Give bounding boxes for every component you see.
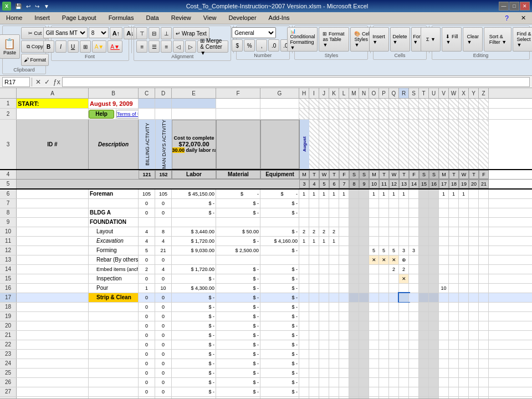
cell-H15[interactable] [299,274,309,283]
cell-K26[interactable] [329,378,339,387]
cell-F3[interactable] [216,120,260,169]
cell-S11[interactable] [409,237,419,245]
cell-S26[interactable] [409,378,419,387]
cell-M10[interactable] [349,227,359,236]
cell-T5[interactable]: 15 [419,180,429,188]
cell-V20[interactable] [439,321,449,330]
cell-R24[interactable] [399,359,409,368]
col-header-N[interactable]: N [359,88,369,98]
cell-S6[interactable] [409,190,419,198]
cell-B27[interactable] [89,387,139,396]
cell-Q14[interactable]: 2 [389,265,399,274]
cell-M28[interactable] [349,397,359,398]
cell-T28[interactable] [419,397,429,398]
cell-Z19[interactable] [479,312,489,321]
cell-Z11[interactable] [479,237,489,245]
cell-S22[interactable] [409,340,419,349]
cell-N17[interactable] [359,293,369,302]
cell-P26[interactable] [379,378,389,387]
cell-N13[interactable] [359,255,369,264]
bold-btn[interactable]: B [43,40,54,53]
cell-P9[interactable] [379,218,389,227]
cell-Q23[interactable] [389,350,399,359]
col-header-Y[interactable]: Y [469,88,479,98]
cell-O8[interactable] [369,208,379,217]
cell-H25[interactable] [299,369,309,377]
cell-G19[interactable]: $ - [260,312,299,321]
cell-I6[interactable]: 1 [309,190,319,198]
cell-L21[interactable] [339,331,349,340]
cell-F9[interactable] [216,218,260,227]
cell-A25[interactable] [17,369,89,377]
cell-X25[interactable] [459,369,469,377]
cell-A10[interactable] [17,227,89,236]
cell-U8[interactable] [429,208,439,217]
cell-B25[interactable] [89,369,139,377]
cell-O24[interactable] [369,359,379,368]
cell-C21[interactable]: 0 [139,331,155,340]
cell-A14[interactable] [17,265,89,274]
cell-U19[interactable] [429,312,439,321]
cell-Y21[interactable] [469,331,479,340]
cell-K20[interactable] [329,321,339,330]
cell-Y8[interactable] [469,208,479,217]
cell-V19[interactable] [439,312,449,321]
cell-Y27[interactable] [469,387,479,396]
cell-T2[interactable] [419,109,429,119]
merge-center-btn[interactable]: ⊞ Merge & Center ▼ [197,40,228,53]
font-name-select[interactable]: Gill Sans MT [43,27,88,38]
cell-B4[interactable] [89,170,139,179]
cell-X23[interactable] [459,350,469,359]
cell-Y1[interactable] [469,99,479,108]
cell-T11[interactable] [419,237,429,245]
col-header-V[interactable]: V [439,88,449,98]
cell-D20[interactable]: 0 [155,321,172,330]
cell-W15[interactable] [449,274,459,283]
cell-I16[interactable] [309,284,319,293]
cell-Q20[interactable] [389,321,399,330]
cell-N11[interactable] [359,237,369,245]
cell-U4[interactable]: S [429,170,439,179]
col-header-M[interactable]: M [349,88,359,98]
ribbon-help-btn[interactable]: ? [499,12,515,24]
cell-I23[interactable] [309,350,319,359]
cell-E24[interactable]: $ - [172,359,216,368]
cell-S25[interactable] [409,369,419,377]
cell-O27[interactable] [369,387,379,396]
cell-H8[interactable] [299,208,309,217]
cell-M23[interactable] [349,350,359,359]
cell-P27[interactable] [379,387,389,396]
cell-Z13[interactable] [479,255,489,264]
cell-F12[interactable]: $ 2,500.00 [216,246,260,255]
tab-page-layout[interactable]: Page Layout [56,12,103,24]
cell-F27[interactable]: $ - [216,387,260,396]
cell-L22[interactable] [339,340,349,349]
align-bottom-btn[interactable]: ⊥ [161,27,172,39]
cell-S20[interactable] [409,321,419,330]
cell-C2[interactable] [139,109,155,119]
more-quick-btn[interactable]: ▼ [42,3,51,10]
cell-V23[interactable] [439,350,449,359]
cell-R28[interactable] [399,397,409,398]
cell-A21[interactable] [17,331,89,340]
col-header-W[interactable]: W [449,88,459,98]
cell-Z28[interactable] [479,397,489,398]
cell-Y12[interactable] [469,246,479,255]
cell-O15[interactable] [369,274,379,283]
cell-R22[interactable] [399,340,409,349]
cell-G22[interactable]: $ - [260,340,299,349]
cell-V10[interactable] [439,227,449,236]
cell-X15[interactable] [459,274,469,283]
cell-F4-material[interactable]: Material [216,170,260,179]
cell-S9[interactable] [409,218,419,227]
cell-L23[interactable] [339,350,349,359]
cell-S7[interactable] [409,199,419,208]
cell-R7[interactable] [399,199,409,208]
cell-N6[interactable] [359,190,369,198]
cell-Y15[interactable] [469,274,479,283]
insert-cells-btn[interactable]: Insert ▼ [369,27,389,52]
cell-Q22[interactable] [389,340,399,349]
cell-K17[interactable] [329,293,339,302]
cell-P12[interactable]: 5 [379,246,389,255]
cell-W28[interactable] [449,397,459,398]
